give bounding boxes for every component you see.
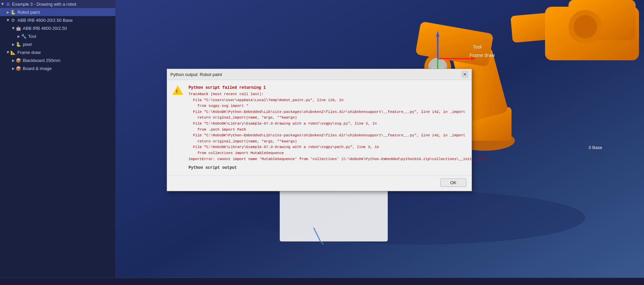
status-bar	[0, 278, 644, 285]
tree-label-abb-robot: ABB IRB 4600-20/2.50	[23, 26, 67, 31]
tree-label-example3: Example 3 - Drawing with a robot	[12, 2, 76, 7]
tree-icon-tool: 🔧	[21, 33, 27, 39]
dialog-body: Python script failed returning 1 Traceba…	[167, 80, 472, 175]
tree-icon-board-image: 📦	[15, 65, 21, 71]
tree-item-abb-base[interactable]: ▶ ⚙ ABB IRB 4600-20/2.50 Base	[0, 16, 115, 24]
tree-item-blackboard[interactable]: ▶ 📦 Blackboard 250mm	[0, 56, 115, 64]
tree-icon-blackboard: 📦	[15, 57, 21, 63]
tree-arrow: ▶	[12, 27, 15, 29]
error-title: Python script failed returning 1	[189, 85, 487, 90]
tree-icon-abb-base: ⚙	[10, 17, 16, 23]
tree-item-robot-paint[interactable]: ▶ 🐍 Robot paint	[0, 8, 115, 16]
dialog-title: Python output: Robot paint	[170, 72, 222, 77]
tree-arrow: ▶	[7, 10, 9, 14]
tree-icon-pixel: 🐍	[15, 41, 21, 47]
tree-icon-robot-paint: 🐍	[10, 9, 16, 15]
python-output-dialog: Python output: Robot paint ✕ Python scri…	[167, 69, 472, 191]
tree-icon-example3: 🖥	[5, 1, 11, 7]
tree-item-pixel[interactable]: ▶ 🐍 pixel	[0, 40, 115, 48]
tree-item-abb-robot[interactable]: ▶ 🤖 ABB IRB 4600-20/2.50	[0, 24, 115, 32]
svg-text:Tool: Tool	[473, 44, 482, 50]
tree-panel: ▶ 🖥 Example 3 - Drawing with a robot ▶ 🐍…	[0, 0, 116, 285]
warning-icon	[172, 85, 183, 95]
error-text: Traceback (most recent call last): File …	[189, 91, 487, 162]
tree-arrow: ▶	[12, 59, 15, 62]
tree-label-abb-base: ABB IRB 4600-20/2.50 Base	[17, 18, 73, 23]
svg-point-17	[574, 15, 597, 39]
dialog-close-button[interactable]: ✕	[462, 71, 468, 78]
tree-label-pixel: pixel	[23, 42, 32, 47]
tree-label-board-image: Board & image	[23, 66, 52, 71]
tree-icon-frame-draw: 📐	[10, 49, 16, 55]
tree-icon-abb-robot: 🤖	[15, 25, 21, 31]
dialog-content: Python script failed returning 1 Traceba…	[189, 85, 487, 170]
tree-arrow: ▶	[12, 43, 15, 46]
tree-item-board-image[interactable]: ▶ 📦 Board & image	[0, 64, 115, 72]
ok-button[interactable]: OK	[440, 179, 466, 187]
tree-label-frame-draw: Frame draw	[17, 50, 41, 55]
svg-text:Frame draw: Frame draw	[470, 53, 495, 58]
tree-item-tool[interactable]: ▶ 🔧 Tool	[0, 32, 115, 40]
tree-item-example3[interactable]: ▶ 🖥 Example 3 - Drawing with a robot	[0, 0, 115, 8]
tree-arrow: ▶	[6, 19, 10, 21]
tree-label-blackboard: Blackboard 250mm	[23, 58, 60, 63]
svg-text:0 Base: 0 Base	[589, 145, 602, 150]
warning-icon-area	[172, 85, 184, 170]
tree-label-robot-paint: Robot paint	[17, 10, 40, 15]
tree-item-frame-draw[interactable]: ▶ 📐 Frame draw	[0, 48, 115, 56]
tree-label-tool: Tool	[28, 34, 36, 39]
tree-arrow: ▶	[1, 3, 5, 5]
tree-arrow: ▶	[17, 34, 20, 38]
tree-arrow: ▶	[6, 51, 10, 54]
tree-arrow: ▶	[12, 67, 15, 70]
output-label: Python script output	[189, 165, 487, 170]
dialog-footer: OK	[167, 175, 472, 191]
dialog-titlebar: Python output: Robot paint ✕	[167, 69, 472, 80]
